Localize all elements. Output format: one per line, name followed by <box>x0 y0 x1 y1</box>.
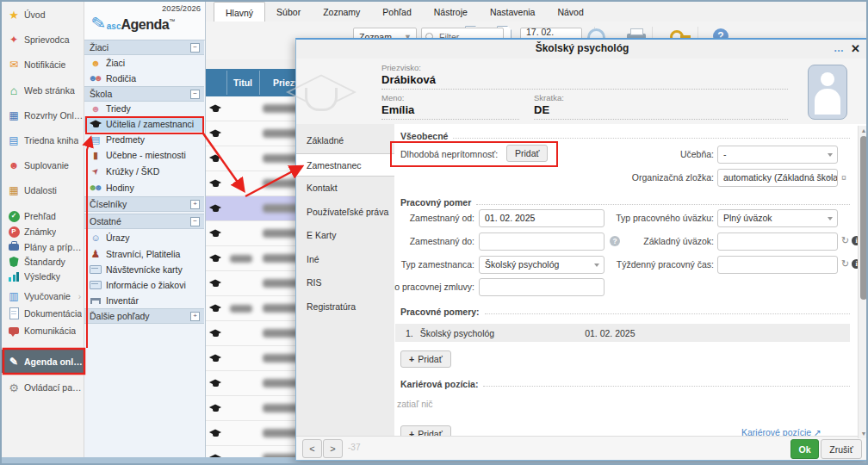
column-header-titul[interactable]: Titul <box>226 69 259 96</box>
tree-node-label: Žiaci <box>106 58 125 68</box>
sidebar-item-komunik-cia[interactable]: Komunikácia <box>2 322 84 339</box>
sidebar-item-notifik-cie[interactable]: ✉Notifikácie <box>2 56 84 73</box>
menu-tab-hlavn-[interactable]: Hlavný <box>214 2 265 22</box>
dialog-tab-kontakt[interactable]: Kontakt <box>296 177 394 200</box>
prev-record-button[interactable]: < <box>302 439 322 458</box>
absence-add-button[interactable]: Pridať <box>506 145 548 162</box>
plans-icon <box>8 241 20 253</box>
org-link-icon[interactable]: ¤ <box>841 172 846 183</box>
sidebar-item-udalosti[interactable]: ▦Udalosti <box>2 182 84 199</box>
tree-item-triedy[interactable]: ☻Triedy <box>84 101 204 116</box>
employed-to-input[interactable] <box>479 232 604 251</box>
expand-icon[interactable]: + <box>190 200 200 209</box>
sidebar-item-label: Výsledky <box>24 271 60 282</box>
tree-item-inform-cie-o-iakovi[interactable]: Informácie o žiakovi <box>84 277 204 293</box>
tree-item-n-v-tevn-cke-karty[interactable]: Návštevnícke karty <box>84 262 204 277</box>
weekly-time-input[interactable] <box>717 256 838 274</box>
sidebar-item-agenda-online[interactable]: ✎Agenda online <box>2 350 84 373</box>
employment-add-button[interactable]: +Pridať <box>400 350 451 368</box>
sidebar-item-triedna-kniha[interactable]: ▤Triedna kniha <box>2 132 84 149</box>
tree-section-ostatn-[interactable]: Ostatné− <box>84 214 204 229</box>
sidebar-item-label: Agenda online <box>24 356 84 367</box>
contract-number-input[interactable] <box>479 278 604 296</box>
avatar[interactable] <box>808 65 847 120</box>
tree-section--iaci[interactable]: Žiaci− <box>84 40 204 55</box>
refresh-icon[interactable]: ↻ <box>841 235 849 246</box>
employed-to-label: Zamestnaný do: <box>394 236 474 246</box>
collapse-icon[interactable]: − <box>190 90 200 99</box>
dialog-tab-in-[interactable]: Iné <box>296 248 394 271</box>
room-select[interactable]: - <box>717 146 838 164</box>
menu-tab-poh-ad[interactable]: Pohľad <box>371 2 422 22</box>
calendar-icon: ▦ <box>8 184 20 196</box>
tree-item-u-ebne-miestnosti[interactable]: ▮Učebne - miestnosti <box>84 147 204 163</box>
tree-section--al-ie-poh-ady[interactable]: Ďalšie pohľady+ <box>84 308 204 324</box>
tree-node-label: Stravníci, Platitelia <box>106 249 180 259</box>
employment-list-row[interactable]: 1. Školský psychológ 01. 02. 2025 <box>395 324 850 342</box>
expand-icon[interactable]: + <box>190 312 200 321</box>
tree-item-rodi-ia[interactable]: ☻☻Rodičia <box>84 71 204 86</box>
sidebar-item-zn-mky[interactable]: PZnámky <box>2 223 84 240</box>
menu-tab-s-bor[interactable]: Súbor <box>265 2 312 22</box>
employed-from-input[interactable]: 01. 02. 2025 <box>479 209 604 227</box>
scroll-down-icon[interactable]: ▼ <box>859 429 868 438</box>
sidebar-item-label: Komunikácia <box>24 326 76 336</box>
dialog-tab-ris[interactable]: RIS <box>296 271 394 294</box>
sidebar-item-suplovanie[interactable]: ☻Suplovanie <box>2 157 84 174</box>
menu-tab-nastavenia[interactable]: Nastavenia <box>479 2 547 22</box>
collapse-icon[interactable]: − <box>190 43 200 53</box>
visitor-cards-icon <box>90 264 102 276</box>
base-workload-input[interactable] <box>717 232 838 251</box>
sidebar-item-vyu-ovanie[interactable]: ▥Vyučovanie› <box>2 288 84 305</box>
workload-type-select[interactable]: Plný úväzok <box>717 209 838 227</box>
sidebar-item-sprievodca[interactable]: ✦Sprievodca <box>2 31 84 48</box>
next-record-button[interactable]: > <box>323 439 343 458</box>
menu-tab-n-stroje[interactable]: Nástroje <box>423 2 479 22</box>
graduation-cap-icon <box>209 329 222 338</box>
dialog-tab-pou-vate-sk-pr-va[interactable]: Používateľské práva <box>296 201 394 224</box>
tree-section--kola[interactable]: Škola− <box>84 86 204 102</box>
tree-item-hodiny[interactable]: ☻☻Hodiny <box>84 180 204 195</box>
refresh-icon[interactable]: ↻ <box>841 258 849 270</box>
firstname-value[interactable]: Emília <box>381 103 519 116</box>
dialog-tab-z-kladn-[interactable]: Základné <box>296 129 394 152</box>
tree-item-invent-r[interactable]: Inventár <box>84 293 204 308</box>
lessons-icon: ☻☻ <box>90 182 102 194</box>
tree-item--razy[interactable]: ☺Úrazy <box>84 230 204 245</box>
dialog-scrollbar[interactable]: ▲ ▼ <box>858 126 868 438</box>
tree-item-kr-ky-kd[interactable]: ➤Krúžky / ŠKD <box>84 164 204 179</box>
scroll-up-icon[interactable]: ▲ <box>859 126 868 135</box>
sidebar-item-preh-ad[interactable]: ✓Prehľad <box>2 208 84 225</box>
sidebar-item-rozvrhy-online[interactable]: ▦Rozvrhy Online <box>2 107 84 124</box>
sidebar-item-web-str-nka[interactable]: ⌂Web stránka <box>2 82 84 99</box>
tree-item-predmety[interactable]: ▤Predmety <box>84 132 204 147</box>
org-unit-select[interactable]: automaticky (Základná škola Sln... <box>717 169 838 187</box>
surname-value[interactable]: Drábiková <box>381 73 788 86</box>
employee-type-select[interactable]: Školský psychológ <box>479 256 604 274</box>
abbreviation-value[interactable]: DE <box>534 103 788 116</box>
menu-tab-n-vod[interactable]: Návod <box>546 2 594 22</box>
sidebar-item-ovl-dac-panel[interactable]: ⚙Ovládací panel <box>2 379 84 396</box>
sidebar-item--vod[interactable]: ★Úvod <box>2 6 84 23</box>
collapse-icon[interactable]: − <box>190 217 200 226</box>
dialog-more-button[interactable]: … <box>834 40 844 57</box>
sidebar-item-v-sledky[interactable]: Výsledky <box>2 268 84 285</box>
tree-item-stravn-ci-platitelia[interactable]: ♟Stravníci, Platitelia <box>84 246 204 262</box>
scrollbar-thumb[interactable] <box>860 136 867 300</box>
graduation-cap-icon <box>90 118 102 130</box>
menu-tab-zoznamy[interactable]: Zoznamy <box>312 2 371 22</box>
cancel-button[interactable]: Zrušiť <box>821 439 862 459</box>
chevron-right-icon: › <box>78 292 81 301</box>
pen-logo-icon: ✎ <box>90 12 107 34</box>
tree-item-u-itelia-zamestnanci[interactable]: Učitelia / zamestnanci <box>84 116 204 132</box>
dialog-close-button[interactable]: ✕ <box>851 40 860 58</box>
ok-button[interactable]: Ok <box>790 439 819 459</box>
dialog-tab-zamestnanec[interactable]: Zamestnanec <box>296 153 395 177</box>
dialog-tab-registrat-ra[interactable]: Registratúra <box>296 295 394 319</box>
org-unit-label: Organizačná zložka: <box>601 172 714 183</box>
tree-item--iaci[interactable]: ☻Žiaci <box>84 55 204 71</box>
menubar: HlavnýSúborZoznamyPohľadNástrojeNastaven… <box>205 2 866 22</box>
dialog-tab-e-karty[interactable]: E Karty <box>296 224 394 247</box>
sidebar-item-dokument-cia[interactable]: Dokumentácia› <box>2 305 84 322</box>
tree-section--seln-ky[interactable]: Číselníky+ <box>84 196 204 212</box>
